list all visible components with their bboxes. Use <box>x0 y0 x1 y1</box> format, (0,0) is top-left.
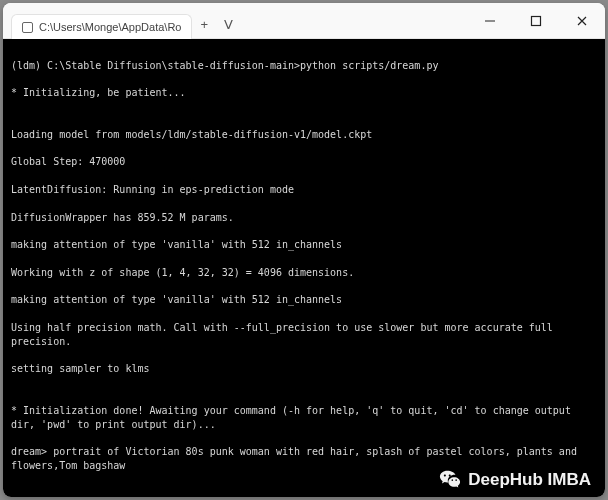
svg-rect-0 <box>532 16 541 25</box>
tab-active[interactable]: C:\Users\Monge\AppData\Ro <box>11 14 192 39</box>
term-line: making attention of type 'vanilla' with … <box>11 238 597 252</box>
term-line: * Initialization done! Awaiting your com… <box>11 404 597 432</box>
term-line: setting sampler to klms <box>11 362 597 376</box>
window-controls <box>467 3 605 38</box>
term-line: Loading model from models/ldm/stable-dif… <box>11 128 597 142</box>
terminal-output[interactable]: (ldm) C:\Stable Diffusion\stable-diffusi… <box>3 39 605 497</box>
term-line: DiffusionWrapper has 859.52 M params. <box>11 211 597 225</box>
term-line: dream> portrait of Victorian 80s punk wo… <box>11 445 597 473</box>
term-line: Using half precision math. Call with --f… <box>11 321 597 349</box>
tab-dropdown-button[interactable]: ᐯ <box>216 11 241 38</box>
close-button[interactable] <box>559 3 605 39</box>
tab-cmd-icon <box>22 22 33 33</box>
tab-strip: C:\Users\Monge\AppData\Ro + ᐯ <box>3 3 241 38</box>
titlebar: C:\Users\Monge\AppData\Ro + ᐯ <box>3 3 605 39</box>
term-line: (ldm) C:\Stable Diffusion\stable-diffusi… <box>11 59 597 73</box>
term-line: * Initializing, be patient... <box>11 86 597 100</box>
term-line: LatentDiffusion: Running in eps-predicti… <box>11 183 597 197</box>
term-line: Working with z of shape (1, 4, 32, 32) =… <box>11 266 597 280</box>
term-line: making attention of type 'vanilla' with … <box>11 293 597 307</box>
terminal-window: C:\Users\Monge\AppData\Ro + ᐯ (ldm) C:\S… <box>3 3 605 497</box>
new-tab-button[interactable]: + <box>192 11 216 38</box>
maximize-button[interactable] <box>513 3 559 39</box>
minimize-button[interactable] <box>467 3 513 39</box>
tab-title: C:\Users\Monge\AppData\Ro <box>39 21 181 33</box>
term-line: Global Step: 470000 <box>11 155 597 169</box>
